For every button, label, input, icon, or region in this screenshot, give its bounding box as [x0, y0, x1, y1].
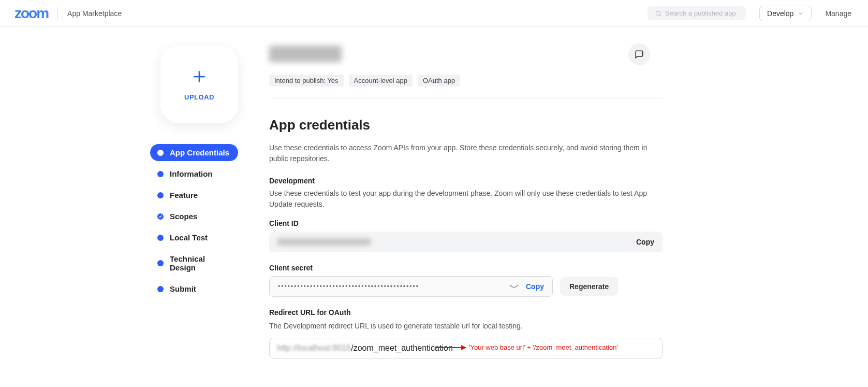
nav-label: Scopes	[170, 212, 197, 221]
svg-line-1	[660, 15, 661, 16]
develop-label: Develop	[767, 9, 793, 18]
section-desc: Use these credentials to access Zoom API…	[269, 142, 663, 164]
redirect-label: Redirect URL for OAuth	[269, 308, 663, 317]
comment-button[interactable]	[628, 44, 650, 65]
develop-button[interactable]: Develop	[759, 6, 812, 21]
dev-desc: Use these credentials to test your app d…	[269, 188, 663, 210]
nav-technical-design[interactable]: Technical Design	[150, 250, 238, 276]
client-secret-masked: ••••••••••••••••••••••••••••••••••••••••…	[278, 283, 419, 290]
annotation-arrow	[435, 347, 466, 348]
copy-client-secret-button[interactable]: Copy	[526, 282, 544, 291]
nav-scopes[interactable]: Scopes	[150, 208, 238, 225]
svg-point-0	[656, 11, 660, 15]
badge-publish: Intend to publish: Yes	[269, 75, 344, 87]
client-id-label: Client ID	[269, 219, 663, 227]
check-icon	[157, 213, 164, 220]
speech-bubble-icon	[635, 50, 644, 59]
side-nav: App Credentials Information Feature Scop…	[150, 144, 238, 297]
nav-feature[interactable]: Feature	[150, 187, 238, 204]
section-heading: App credentials	[269, 117, 663, 133]
top-bar: zoom App Marketplace Develop Manage	[0, 0, 868, 27]
client-id-field: Copy	[269, 232, 663, 252]
upload-card[interactable]: UPLOAD	[160, 46, 238, 123]
redirect-url-path: /zoom_meet_authentication	[351, 343, 453, 353]
manage-link[interactable]: Manage	[825, 9, 851, 18]
annotation-text: 'Your web base url' + '/zoom_meet_authen…	[469, 343, 618, 351]
badge-level: Account-level app	[349, 75, 413, 87]
nav-label: Local Test	[170, 233, 208, 242]
client-id-redacted	[277, 238, 371, 246]
divider	[57, 7, 58, 20]
nav-label: Feature	[170, 191, 198, 199]
search-box[interactable]	[648, 6, 746, 20]
redirect-desc: The Development redirect URL is used to …	[269, 321, 663, 332]
nav-label: Submit	[170, 284, 196, 293]
nav-label: App Credentials	[170, 148, 229, 157]
copy-client-id-button[interactable]: Copy	[636, 238, 654, 246]
search-input[interactable]	[665, 9, 738, 17]
nav-app-credentials[interactable]: App Credentials	[150, 144, 238, 161]
dev-heading: Development	[269, 177, 663, 185]
regenerate-button[interactable]: Regenerate	[560, 277, 618, 296]
search-icon	[655, 10, 662, 17]
client-secret-label: Client secret	[269, 264, 663, 272]
plus-icon	[191, 68, 208, 85]
redirect-url-base-redacted: http://localhost:8015	[277, 343, 351, 353]
nav-local-test[interactable]: Local Test	[150, 229, 238, 246]
brand-subtitle: App Marketplace	[67, 9, 122, 18]
chevron-down-icon	[798, 10, 804, 17]
badge-row: Intend to publish: Yes Account-level app…	[269, 75, 663, 87]
reveal-icon[interactable]	[509, 282, 519, 291]
nav-label: Information	[170, 169, 213, 178]
upload-label: UPLOAD	[184, 93, 214, 101]
nav-label: Technical Design	[170, 254, 231, 272]
badge-type: OAuth app	[418, 75, 460, 87]
nav-submit[interactable]: Submit	[150, 280, 238, 297]
app-name-redacted	[269, 46, 342, 62]
divider	[269, 98, 663, 98]
zoom-logo: zoom	[14, 5, 48, 22]
nav-information[interactable]: Information	[150, 165, 238, 182]
client-secret-field: ••••••••••••••••••••••••••••••••••••••••…	[269, 276, 553, 297]
